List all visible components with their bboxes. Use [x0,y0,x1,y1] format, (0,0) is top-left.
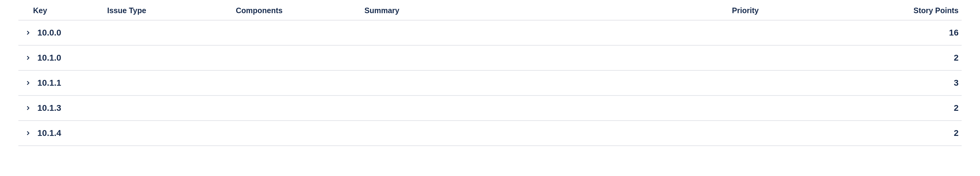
group-label-cell: 10.1.3 [18,103,888,113]
chevron-right-icon[interactable] [23,28,33,38]
column-header-key[interactable]: Key [18,6,107,15]
group-story-points: 2 [888,53,962,63]
group-story-points: 2 [888,128,962,138]
column-header-priority[interactable]: Priority [732,6,888,15]
group-story-points: 3 [888,78,962,88]
group-label: 10.1.3 [37,103,61,113]
issues-table: Key Issue Type Components Summary Priori… [0,0,980,146]
table-header-row: Key Issue Type Components Summary Priori… [18,6,962,21]
chevron-right-icon[interactable] [23,78,33,88]
group-label-cell: 10.1.4 [18,128,888,138]
group-row[interactable]: 10.1.0 2 [18,46,962,71]
column-header-summary[interactable]: Summary [364,6,732,15]
group-row[interactable]: 10.1.4 2 [18,121,962,146]
chevron-right-icon[interactable] [23,103,33,113]
group-label: 10.0.0 [37,28,61,38]
group-label: 10.1.4 [37,128,61,138]
group-label-cell: 10.1.0 [18,53,888,63]
column-header-story-points[interactable]: Story Points [888,6,962,15]
group-label-cell: 10.0.0 [18,28,888,38]
column-header-components[interactable]: Components [236,6,364,15]
group-story-points: 16 [888,28,962,38]
group-label-cell: 10.1.1 [18,78,888,88]
group-row[interactable]: 10.1.3 2 [18,96,962,121]
group-label: 10.1.0 [37,53,61,63]
chevron-right-icon[interactable] [23,53,33,63]
group-label: 10.1.1 [37,78,61,88]
column-header-issue-type[interactable]: Issue Type [107,6,236,15]
chevron-right-icon[interactable] [23,128,33,138]
group-row[interactable]: 10.1.1 3 [18,71,962,96]
group-row[interactable]: 10.0.0 16 [18,21,962,46]
group-story-points: 2 [888,103,962,113]
